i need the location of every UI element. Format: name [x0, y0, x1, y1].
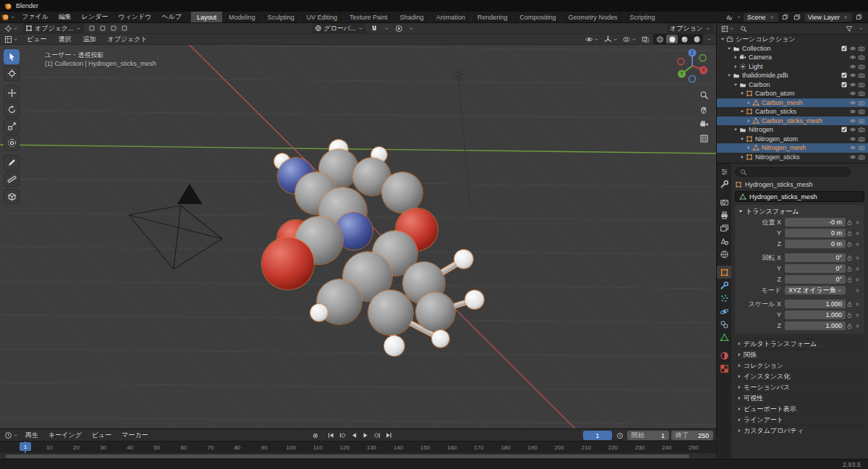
panel-header-0[interactable]: デルタトランスフォーム: [735, 338, 864, 349]
workspace-tab-animation[interactable]: Animation: [430, 12, 472, 22]
frame-start-field[interactable]: 開始1: [627, 431, 669, 440]
outliner-row-Carbon_atom[interactable]: Carbon_atom: [717, 89, 868, 98]
camera-toggle-icon[interactable]: [857, 63, 866, 70]
editor-type-3d-button[interactable]: [3, 35, 20, 43]
panel-header-2[interactable]: コレクション: [735, 360, 864, 371]
eye-toggle-icon[interactable]: [848, 99, 857, 106]
mode-toggle-icon[interactable]: [119, 25, 129, 32]
rotation-y-field[interactable]: 0°: [785, 264, 846, 273]
lock-icon[interactable]: [846, 276, 854, 283]
expand-arrow-icon[interactable]: [739, 154, 745, 160]
outliner-row-Light[interactable]: Light: [717, 62, 868, 72]
camera-toggle-icon[interactable]: [857, 117, 866, 124]
atom-C[interactable]: [382, 172, 422, 213]
lock-icon[interactable]: [846, 241, 854, 248]
position-x-field[interactable]: -0 m: [785, 218, 846, 227]
camera-toggle-icon[interactable]: [857, 108, 866, 115]
expand-arrow-icon[interactable]: [732, 64, 739, 69]
timeline-scrollbar[interactable]: [0, 453, 716, 459]
collapse-arrow-icon[interactable]: [726, 72, 732, 78]
rotation-x-field[interactable]: 0°: [785, 253, 846, 262]
eye-toggle-icon[interactable]: [848, 117, 857, 124]
animate-decorator-icon[interactable]: [854, 276, 861, 283]
tab-material[interactable]: [717, 349, 731, 362]
checkbox-toggle-icon[interactable]: [840, 126, 848, 133]
scale-z-field[interactable]: 1.000: [785, 321, 846, 330]
lock-icon[interactable]: [846, 323, 854, 329]
camera-toggle-icon[interactable]: [857, 144, 866, 151]
atom-O[interactable]: [262, 237, 314, 290]
outliner-row-Carbon_sticks[interactable]: Carbon_sticks: [717, 107, 868, 117]
gizmos-dropdown[interactable]: [603, 35, 619, 43]
camera-toggle-icon[interactable]: [857, 126, 866, 133]
camera-toggle-icon[interactable]: [857, 135, 866, 143]
lock-icon[interactable]: [846, 312, 854, 318]
viewport-menu-object[interactable]: オブジェクト: [103, 35, 151, 44]
outliner-row--[interactable]: シーンコレクション: [717, 35, 868, 44]
frame-end-field[interactable]: 終了250: [671, 431, 713, 440]
timeline-editor-type-button[interactable]: [3, 431, 20, 439]
tool-annotate[interactable]: [4, 155, 20, 170]
preview-range-toggle[interactable]: [614, 431, 625, 440]
eye-toggle-icon[interactable]: [848, 81, 857, 88]
menu-file[interactable]: ファイル: [17, 12, 54, 22]
scale-y-field[interactable]: 1.000: [785, 310, 846, 319]
properties-editor-type-button[interactable]: [717, 166, 731, 177]
play-button[interactable]: [360, 431, 371, 440]
viewport-menu-select[interactable]: 選択: [54, 35, 75, 44]
camera-toggle-icon[interactable]: [857, 153, 866, 161]
atom-C[interactable]: [368, 290, 413, 335]
position-z-field[interactable]: 0 m: [785, 240, 846, 248]
outliner-row-Collection[interactable]: Collection: [717, 44, 868, 54]
tool-rotate[interactable]: [4, 102, 20, 117]
tool-transform[interactable]: [4, 135, 20, 151]
collapse-arrow-icon[interactable]: [732, 82, 739, 88]
snap-magnet-toggle[interactable]: [369, 25, 380, 33]
current-frame-field[interactable]: 1: [583, 431, 612, 440]
lock-icon[interactable]: [846, 266, 854, 272]
scrollbar-handle[interactable]: [6, 455, 689, 458]
pan-button[interactable]: [697, 103, 710, 116]
eye-toggle-icon[interactable]: [848, 108, 857, 115]
tool-add-cube[interactable]: [4, 189, 20, 204]
autokey-toggle[interactable]: [310, 431, 320, 440]
animate-decorator-icon[interactable]: [854, 312, 861, 318]
eye-toggle-icon[interactable]: [848, 45, 857, 52]
animate-decorator-icon[interactable]: [854, 323, 861, 329]
workspace-tab-shading[interactable]: Shading: [394, 12, 430, 22]
tab-world[interactable]: [717, 248, 731, 261]
expand-arrow-icon[interactable]: [745, 145, 752, 151]
tab-texture[interactable]: [717, 362, 731, 375]
eye-toggle-icon[interactable]: [848, 144, 857, 151]
search-icon[interactable]: [739, 25, 749, 33]
tab-output[interactable]: [717, 208, 731, 221]
timeline-menu-view[interactable]: ビュー: [88, 431, 116, 440]
properties-search-input[interactable]: [735, 167, 851, 177]
panel-header-6[interactable]: ビューポート表示: [735, 403, 864, 414]
navigation-gizmo[interactable]: Z Y X: [673, 46, 712, 85]
timeline-menu-keying[interactable]: キーイング: [44, 431, 86, 440]
eye-toggle-icon[interactable]: [848, 63, 857, 70]
new-view-layer-button[interactable]: [854, 14, 864, 20]
collapse-arrow-icon[interactable]: [719, 36, 726, 42]
scale-x-field[interactable]: 1.000: [785, 300, 846, 308]
outliner-row-Nitrogen_mesh[interactable]: Nitrogen_mesh: [717, 143, 868, 153]
editor-type-button[interactable]: [3, 25, 20, 33]
eye-toggle-icon[interactable]: [848, 90, 857, 97]
tab-object[interactable]: [717, 266, 731, 279]
panel-header-3[interactable]: インスタンス化: [735, 371, 864, 381]
jumplast-button[interactable]: [383, 431, 394, 440]
animate-decorator-icon[interactable]: [854, 255, 861, 261]
tool-move[interactable]: [4, 85, 20, 101]
lock-icon[interactable]: [846, 301, 854, 308]
remove-view-layer-icon[interactable]: [843, 14, 848, 20]
tab-view-layer[interactable]: [717, 221, 731, 234]
filter-dropdown[interactable]: [857, 26, 865, 31]
mode-toggle-icon[interactable]: [87, 25, 97, 32]
animate-decorator-icon[interactable]: [854, 287, 861, 294]
toggle-ortho-button[interactable]: [697, 132, 710, 145]
viewport-3d[interactable]: ユーザー・透視投影 (1) Collection | Hydrogen_stic…: [0, 45, 716, 428]
object-name-field[interactable]: Hydrogen_sticks_mesh: [735, 191, 864, 202]
shading-dropdown[interactable]: [705, 37, 713, 42]
checkbox-toggle-icon[interactable]: [840, 45, 848, 52]
